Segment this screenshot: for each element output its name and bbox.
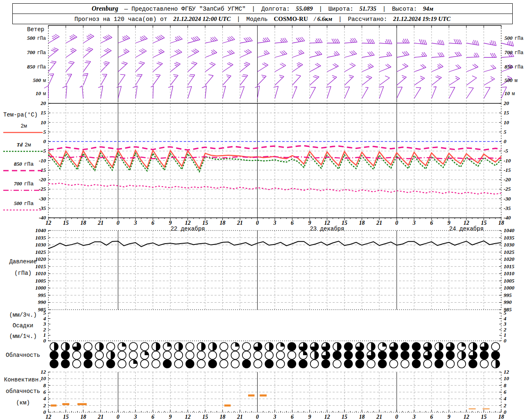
cloud-cover-symbol	[73, 360, 81, 368]
temp-ytick-left: -30	[39, 196, 46, 202]
hour-label-bottom: 21	[97, 414, 103, 420]
cloud-cover-symbol	[412, 360, 420, 368]
hour-label-bottom: 21	[237, 414, 243, 420]
temp-ytick-left: -20	[39, 176, 46, 183]
cloud-cover-fill	[269, 342, 273, 351]
cloud-cover-fill	[439, 342, 443, 351]
wind-barb	[310, 87, 316, 98]
hour-label-bottom: 15	[202, 414, 208, 420]
wind-barb	[48, 48, 58, 57]
cloud-cover-symbol	[424, 360, 432, 368]
convective-section-title-2: облачность	[0, 388, 46, 395]
pressure-ytick-left: 1025	[35, 249, 46, 255]
wind-barb	[414, 87, 421, 98]
wind-level-label-left: 500м	[33, 77, 46, 84]
cloud-cover-symbol	[491, 351, 500, 359]
wind-barb	[362, 51, 374, 57]
convective-cloud-bar	[483, 409, 490, 409]
cloud-cover-symbol	[276, 360, 285, 368]
cloud-cover-symbol	[231, 351, 239, 359]
temp-ytick-left: -10	[39, 158, 46, 164]
wind-barb	[223, 36, 235, 43]
temp-ytick-right: -15	[504, 167, 511, 173]
wind-barb	[327, 39, 340, 43]
cloud-cover-symbol	[446, 351, 454, 359]
wind-level-label-left: 10м	[36, 90, 46, 97]
pressure-ytick-right: 1020	[504, 256, 515, 262]
temp-ytick-left: -25	[39, 186, 46, 192]
cloud-cover-symbol	[491, 342, 500, 351]
wind-barb	[327, 51, 339, 57]
hour-label: 21	[237, 220, 243, 226]
wind-barb	[202, 86, 206, 98]
cloud-cover-symbol	[265, 360, 273, 368]
cloud-cover-symbol	[242, 351, 251, 359]
hour-label: 12	[463, 220, 469, 226]
precip-unit-3h: (мм/3ч.)	[0, 312, 46, 318]
legend-label-t2m: 2м	[21, 123, 27, 129]
wind-barb	[449, 64, 461, 72]
hour-label: 0	[256, 220, 259, 226]
pressure-ytick-right: 1000	[504, 285, 515, 291]
cloud-cover-fill	[122, 342, 126, 347]
cloud-cover-symbol	[129, 351, 137, 359]
wind-barb	[66, 48, 76, 57]
wind-barb	[362, 39, 374, 43]
convective-cloud-bar	[469, 409, 476, 409]
cloud-cover-symbol	[163, 360, 171, 368]
temp-ytick-right: -40	[504, 215, 511, 221]
cloud-cover-symbol	[242, 342, 251, 351]
wind-barb	[345, 63, 356, 72]
cloud-cover-symbol	[152, 360, 160, 368]
temp-ytick-left: 10	[41, 119, 46, 126]
pressure-ytick-left: 1035	[35, 235, 46, 241]
convective-cloud-bar	[51, 404, 57, 406]
hour-label-bottom: 0	[256, 414, 259, 420]
temp-ytick-left: -15	[39, 167, 46, 173]
hour-label: 18	[498, 220, 504, 226]
hour-label: 9	[447, 220, 450, 226]
cloud-cover-symbol	[344, 360, 352, 368]
convective-cloud-bar	[62, 403, 69, 405]
wind-barb	[240, 75, 248, 85]
cloud-cover-symbol	[435, 360, 443, 368]
wind-barb	[275, 50, 287, 57]
cloud-cover-symbol	[95, 351, 103, 359]
wind-barb	[431, 64, 443, 72]
cloud-cover-symbol	[367, 360, 375, 368]
cloud-cover-symbol	[50, 351, 58, 359]
temp-ytick-left: 20	[40, 100, 46, 106]
wind-barb	[310, 75, 319, 85]
hour-label-bottom: 18	[220, 414, 226, 420]
wind-barb	[100, 48, 111, 57]
cloud-cover-symbol	[299, 360, 307, 368]
wind-barb	[205, 75, 213, 85]
cloud-cover-symbol	[288, 342, 296, 351]
cloud-cover-symbol	[344, 351, 352, 359]
wind-barb	[327, 75, 337, 85]
pressure-ytick-right: 1035	[504, 235, 515, 241]
cloud-cover-fill	[495, 360, 500, 368]
date-label: 22 декабря	[171, 226, 205, 232]
wind-barb	[484, 77, 495, 86]
hour-label-bottom: 12	[46, 414, 51, 420]
cloud-cover-fill	[315, 351, 319, 359]
cloud-cover-fill	[461, 351, 466, 359]
cloud-cover-symbol	[174, 351, 183, 359]
temp-ytick-left: 0	[43, 138, 46, 144]
wind-barb	[240, 62, 250, 72]
cloud-cover-symbol	[288, 360, 296, 368]
cloud-cover-symbol	[322, 360, 330, 368]
hour-label-bottom: 9	[447, 414, 450, 420]
wind-barb	[118, 35, 130, 43]
convective-bars	[51, 395, 490, 409]
wind-barb	[397, 75, 406, 85]
cloud-cover-symbol	[107, 360, 115, 368]
wind-barb	[449, 76, 460, 85]
wind-barb	[205, 37, 217, 43]
hour-label-bottom: 15	[342, 414, 347, 420]
wind-barb	[449, 87, 455, 98]
cloud-cover-fill	[235, 342, 239, 347]
wind-barb	[274, 86, 278, 98]
wind-level-label-left: 500гПа	[27, 35, 46, 41]
